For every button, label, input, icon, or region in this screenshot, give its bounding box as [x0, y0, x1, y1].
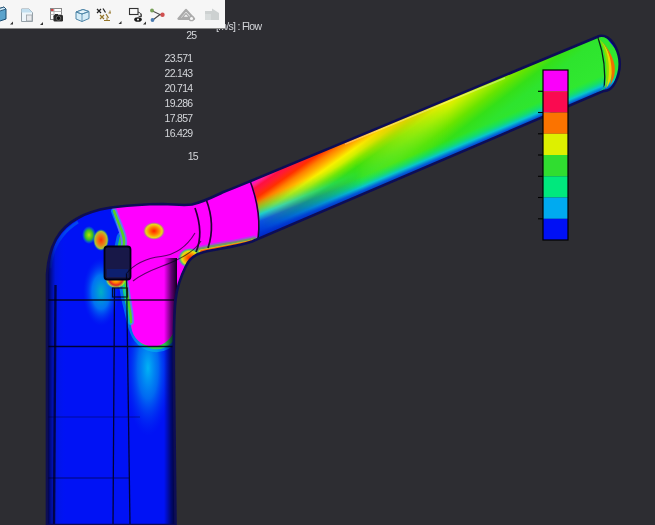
svg-text:16.429: 16.429	[165, 127, 194, 139]
svg-text:17.857: 17.857	[165, 112, 194, 124]
svg-text:20.714: 20.714	[165, 82, 194, 94]
svg-text:23.571: 23.571	[165, 52, 194, 64]
svg-text:22.143: 22.143	[165, 67, 194, 79]
svg-text:19.286: 19.286	[165, 97, 194, 109]
svg-text:15: 15	[188, 150, 199, 162]
svg-text:25: 25	[186, 29, 197, 41]
